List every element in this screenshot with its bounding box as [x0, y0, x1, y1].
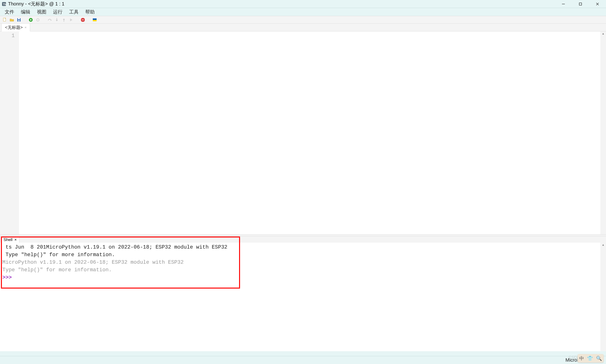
shell-vertical-scrollbar[interactable]: ▲	[600, 243, 606, 351]
toolbar	[0, 16, 606, 24]
ime-shirt-icon: 👕	[587, 355, 593, 361]
svg-rect-10	[18, 20, 20, 21]
menu-run[interactable]: 运行	[50, 8, 66, 16]
svg-rect-3	[579, 3, 582, 5]
shell-line-1: ts Jun 8 201MicroPython v1.19.1 on 2022-…	[2, 244, 228, 250]
shell-output[interactable]: ts Jun 8 201MicroPython v1.19.1 on 2022-…	[0, 243, 600, 351]
shell-tab[interactable]: Shell ×	[1, 237, 19, 243]
editor-tab-label: <无标题>	[5, 25, 23, 30]
save-file-icon[interactable]	[16, 17, 22, 23]
minimize-button[interactable]	[555, 0, 572, 8]
open-file-icon[interactable]	[9, 17, 15, 23]
svg-marker-20	[70, 18, 72, 21]
svg-marker-19	[63, 18, 65, 20]
step-into-icon[interactable]	[54, 17, 60, 23]
line-number: 1	[0, 33, 15, 39]
menubar: 文件 编辑 视图 运行 工具 帮助	[0, 8, 606, 16]
menu-view[interactable]: 视图	[34, 8, 50, 16]
run-icon[interactable]	[28, 17, 34, 23]
close-icon[interactable]: ×	[14, 237, 17, 242]
menu-help[interactable]: 帮助	[82, 8, 98, 16]
menu-tools[interactable]: 工具	[66, 8, 82, 16]
svg-marker-17	[56, 20, 58, 21]
ime-label: 中	[579, 355, 584, 362]
svg-rect-9	[18, 18, 20, 19]
debug-icon[interactable]	[35, 17, 41, 23]
scroll-up-icon[interactable]: ▲	[602, 32, 605, 35]
svg-rect-24	[93, 20, 96, 21]
svg-text:Th: Th	[3, 3, 6, 5]
maximize-button[interactable]	[572, 0, 589, 8]
menu-file[interactable]: 文件	[1, 8, 17, 16]
svg-rect-22	[82, 20, 84, 20]
window-title: Thonny - <无标题> @ 1 : 1	[8, 1, 64, 7]
shell-line-4: Type "help()" for more information.	[2, 267, 112, 273]
window-controls	[555, 0, 606, 8]
svg-rect-23	[93, 18, 96, 20]
shell-line-3: MicroPython v1.19.1 on 2022-06-18; ESP32…	[2, 260, 184, 265]
step-over-icon[interactable]	[47, 17, 53, 23]
close-icon[interactable]: ×	[25, 26, 27, 29]
titlebar: Th Thonny - <无标题> @ 1 : 1	[0, 0, 606, 8]
resume-icon[interactable]	[68, 17, 74, 23]
editor-area: 1 ▲	[0, 31, 606, 234]
statusbar: MicroPython	[0, 356, 606, 364]
shell-area: ts Jun 8 201MicroPython v1.19.1 on 2022-…	[0, 243, 606, 351]
editor-tab-untitled[interactable]: <无标题> ×	[1, 23, 30, 31]
ime-search-icon: 🔍	[596, 355, 602, 361]
editor-tabstrip: <无标题> ×	[0, 24, 606, 31]
new-file-icon[interactable]	[2, 17, 8, 23]
svg-point-14	[37, 19, 39, 21]
close-button[interactable]	[589, 0, 606, 8]
shell-tabstrip: Shell ×	[0, 236, 606, 243]
shell-prompt: >>>	[2, 275, 15, 281]
editor-vertical-scrollbar[interactable]: ▲	[600, 31, 606, 234]
ime-indicator[interactable]: 中 👕 🔍	[578, 354, 604, 363]
stop-icon[interactable]	[80, 17, 86, 23]
scroll-up-icon[interactable]: ▲	[602, 243, 605, 247]
horizontal-splitter[interactable]	[0, 234, 606, 236]
shell-tab-label: Shell	[3, 237, 13, 242]
step-out-icon[interactable]	[61, 17, 67, 23]
thonny-logo-icon: Th	[1, 1, 7, 7]
shell-line-2: Type "help()" for more information.	[2, 252, 115, 258]
ukraine-flag-icon[interactable]	[92, 17, 97, 23]
menu-edit[interactable]: 编辑	[17, 8, 34, 16]
code-editor[interactable]	[19, 31, 600, 234]
